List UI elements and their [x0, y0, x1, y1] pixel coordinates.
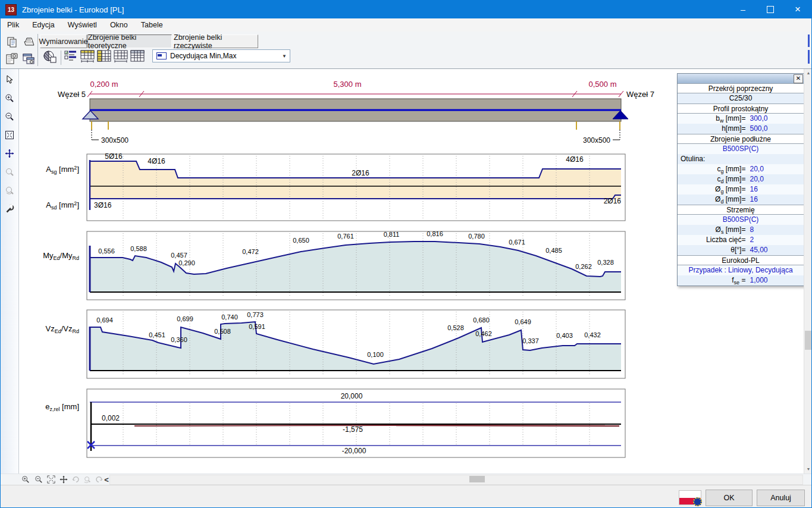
- bottom-previous-view-button[interactable]: [82, 475, 93, 484]
- svg-text:0,457: 0,457: [171, 252, 187, 259]
- application-window: 13 Zbrojenie belki - Eurokod [PL] – × Pl…: [0, 0, 812, 508]
- panel-section-header: Eurokod-PL: [678, 255, 804, 265]
- case-selector-combo[interactable]: Decydująca Min,Max ▼: [152, 49, 290, 62]
- row-value: 8: [745, 225, 754, 235]
- panel-value-row: fse =1,000: [678, 275, 804, 286]
- zoom-out-icon: [35, 475, 43, 484]
- copy-icon: [6, 36, 18, 48]
- menu-okno[interactable]: Okno: [104, 18, 134, 32]
- vertical-scroll-thumb[interactable]: [805, 331, 811, 350]
- svg-text:Węzeł 5: Węzeł 5: [58, 90, 86, 99]
- svg-text:0,432: 0,432: [584, 331, 601, 338]
- maximize-button[interactable]: [757, 1, 784, 18]
- print-button[interactable]: [21, 35, 36, 49]
- row-value: 20,0: [745, 174, 763, 184]
- bottom-zoom-in-button[interactable]: [20, 475, 31, 484]
- zoom-extents-button[interactable]: [4, 129, 15, 141]
- tab-zbrojenie-teoretyczne[interactable]: Zbrojenie belki teoretyczne: [87, 35, 172, 48]
- my-capacity-ratio-chart: 0,5560,5880,4570,2900,4720,6500,7610,811…: [87, 230, 625, 300]
- scroll-up-icon[interactable]: ▲: [804, 69, 812, 77]
- svg-text:300x500: 300x500: [101, 136, 128, 145]
- menu-bar: Plik Edycja Wyświetl Okno Tabele: [1, 18, 811, 32]
- svg-text:0,500 m: 0,500 m: [589, 80, 617, 89]
- reinforcement-areas-chart: 5Ø164Ø162Ø164Ø163Ø162Ø16: [87, 152, 625, 221]
- row-label: Øg [mm]=: [678, 184, 745, 195]
- bottom-pan-button[interactable]: [58, 475, 69, 484]
- case-icon: [156, 52, 167, 59]
- ok-button[interactable]: OK: [706, 490, 753, 506]
- beam-diagram: 0,200 m5,300 m0,500 mWęzeł 5Węzeł 7300x5…: [58, 80, 654, 145]
- chevron-down-icon: ▼: [279, 54, 290, 59]
- zoom-window-button[interactable]: [4, 166, 15, 178]
- table-sections-button[interactable]: [96, 49, 112, 64]
- panel-value-row: cg [mm]=20,0: [678, 164, 804, 174]
- svg-text:0,451: 0,451: [149, 331, 165, 338]
- pan-button[interactable]: [4, 148, 15, 159]
- zoom-out-button[interactable]: [4, 111, 15, 123]
- ez-rel-deflection-chart: 20,0000,002-1,575-20,000: [87, 389, 625, 457]
- panel-section-header: Strzemię: [678, 205, 804, 215]
- table-reinforcement-button[interactable]: [80, 49, 95, 64]
- windows-button[interactable]: [21, 52, 36, 66]
- svg-text:0,556: 0,556: [98, 247, 115, 255]
- copy-button[interactable]: [4, 35, 20, 49]
- select-cursor-button[interactable]: [4, 74, 15, 86]
- cancel-button[interactable]: Anuluj: [757, 490, 805, 506]
- row-label: cd [mm]=: [678, 174, 745, 184]
- preferences-wrench-button[interactable]: [4, 203, 15, 215]
- menu-wyswietl[interactable]: Wyświetl: [61, 18, 104, 32]
- menu-edycja[interactable]: Edycja: [26, 18, 61, 32]
- table-results-button[interactable]: [130, 49, 145, 64]
- display-options-icon: [64, 49, 78, 64]
- asg-axis-label: Asg [mm2]: [17, 165, 79, 175]
- tab-wymiarowanie[interactable]: Wymiarowanie: [40, 35, 87, 48]
- svg-text:0,262: 0,262: [575, 263, 592, 270]
- svg-text:0,780: 0,780: [468, 233, 485, 240]
- zoom-in-button[interactable]: [4, 92, 15, 104]
- bottom-zoom-extents-button[interactable]: [46, 475, 57, 484]
- zoom-in-icon: [5, 93, 14, 103]
- svg-text:0,200 m: 0,200 m: [90, 80, 118, 89]
- drawing-canvas[interactable]: 0,200 m5,300 m0,500 mWęzeł 5Węzeł 7300x5…: [15, 71, 676, 473]
- close-button[interactable]: ×: [784, 1, 811, 18]
- menu-tabele[interactable]: Tabele: [134, 18, 170, 32]
- zoom-in-icon: [21, 475, 30, 484]
- panel-header[interactable]: ✕: [678, 74, 804, 83]
- screen-capture-button[interactable]: [4, 52, 20, 66]
- horizontal-scroll-thumb[interactable]: [469, 476, 485, 482]
- zoom-out-icon: [5, 112, 14, 121]
- panel-section-header: Profil prostokątny: [678, 104, 804, 114]
- svg-text:0,699: 0,699: [177, 315, 193, 322]
- bottom-zoom-out-button[interactable]: [33, 475, 44, 484]
- svg-text:5,300 m: 5,300 m: [334, 80, 362, 89]
- menu-plik[interactable]: Plik: [1, 18, 26, 32]
- bottom-undo-view-button[interactable]: [71, 475, 81, 484]
- table-dimensions-icon: [113, 49, 128, 64]
- section-view-button[interactable]: [41, 49, 59, 64]
- svg-text:0,337: 0,337: [522, 337, 539, 344]
- pan-icon: [59, 475, 68, 484]
- table-sections-icon: [96, 49, 112, 64]
- panel-close-button[interactable]: ✕: [794, 74, 803, 83]
- row-label: h[mm]=: [678, 124, 745, 134]
- table-results-icon: [130, 49, 145, 64]
- svg-text:5Ø16: 5Ø16: [105, 152, 123, 161]
- vz-capacity-ratio-chart: 0,6940,4510,3600,6990,5080,7400,7730,591…: [87, 310, 625, 378]
- vz-ratio-axis-label: VzEd/VzRd: [17, 324, 79, 334]
- tab-zbrojenie-rzeczywiste[interactable]: Zbrojenie belki rzeczywiste: [173, 35, 258, 48]
- horizontal-scrollbar[interactable]: [109, 475, 803, 485]
- svg-text:2Ø16: 2Ø16: [352, 169, 369, 177]
- table-dimensions-button[interactable]: [113, 49, 128, 64]
- scroll-down-icon[interactable]: ▼: [804, 465, 812, 473]
- zoom-previous-button[interactable]: [4, 184, 15, 196]
- panel-section-header: Przekrój poprzeczny: [678, 83, 804, 93]
- case-selector-value: Decydująca Min,Max: [170, 52, 236, 60]
- row-label: cg [mm]=: [678, 164, 745, 174]
- display-options-button[interactable]: [63, 49, 79, 64]
- window-title: Zbrojenie belki - Eurokod [PL]: [22, 5, 124, 14]
- svg-text:0,360: 0,360: [171, 336, 187, 343]
- vertical-scrollbar[interactable]: ▲ ▼: [804, 69, 812, 473]
- svg-text:0,485: 0,485: [545, 247, 562, 254]
- svg-text:0,588: 0,588: [130, 245, 147, 252]
- minimize-button[interactable]: –: [729, 1, 757, 18]
